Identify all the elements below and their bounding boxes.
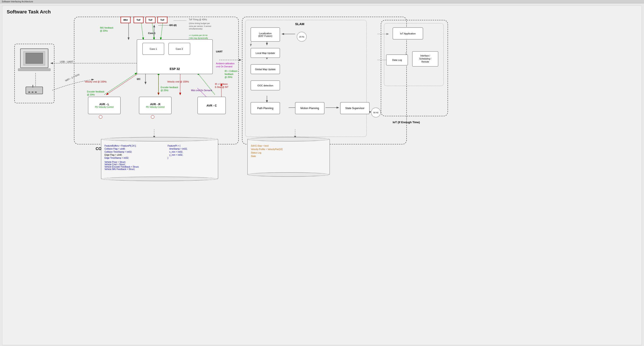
ambient-cal-label: Ambient-calibrationcmd On Demand	[216, 62, 234, 68]
device-area	[14, 44, 54, 103]
usb-uart-label: USB - UART	[60, 60, 73, 63]
tof3-box: ToF	[158, 17, 168, 23]
main-canvas: Software Task Arch	[2, 6, 642, 345]
vel-cmd-r-label: Velocity cmd @ 100Hz	[167, 81, 189, 83]
router-icon	[22, 87, 46, 99]
tof1-box: ToF	[134, 17, 144, 23]
imu-box: IMU	[120, 17, 130, 23]
avr-l-box: AVR - L PD Velocity Control	[88, 97, 120, 114]
local-map-box: Local Map Update	[251, 48, 280, 58]
esp32-label: ESP 32	[170, 67, 180, 71]
tof2-box: ToF	[146, 17, 156, 23]
state-supervisor-box: State Supervisor	[340, 102, 370, 114]
data-log-box: Data Log	[386, 55, 408, 65]
iot-app-box: IoT Application	[393, 27, 423, 39]
spi-label: Core 1	[148, 32, 156, 34]
laptop-base	[18, 68, 50, 71]
enc-fb-r-label: Encoder feedback@ 20Hz	[161, 86, 178, 92]
top-bar: Software Interfacing Architecture	[0, 0, 644, 3]
avr-r-box: AVR - R PD Velocity Control	[139, 97, 172, 114]
interface-box: Interface / Scheduling / Remote	[412, 51, 438, 66]
esp32-box: Core 1 Core 2 ESP 32	[137, 39, 213, 74]
avr-r-sub: PD Velocity Control	[146, 106, 164, 108]
motion-planning-box: Motion Planning	[295, 102, 324, 114]
uart-label: UART	[216, 50, 223, 53]
vel-cmd-l-label: Velocity cmd @ 100Hz	[85, 81, 107, 83]
i2c2-label: I2C (2)	[169, 24, 177, 26]
avr-c-box: AVR - C	[198, 97, 226, 114]
global-map-box: Global Map Update	[251, 64, 280, 74]
core1-inner-box: Core 1	[142, 43, 164, 55]
avr-l-circle	[99, 115, 102, 119]
ir-estop-label: IR + CollisionE-Stop @ INT	[215, 83, 228, 89]
imu-feedback-label: IMU feedback@ 20Hz	[100, 26, 114, 32]
tof-timing-label: (20ms timing budget perzone per sensor. …	[189, 22, 212, 30]
localization-box: Localization (EKF Fusion)	[251, 27, 280, 42]
enc-fb-l-label: Encoder feedback@ 20Hz	[87, 90, 104, 96]
avr-r-circle	[151, 115, 154, 119]
mist-cmd-label: Mist cmd On Demand	[191, 89, 212, 92]
page-title: Software Task Arch	[2, 6, 642, 18]
hz20-circle: 20 Hz	[297, 32, 306, 42]
hz50-circle: 50 Hz	[371, 108, 381, 117]
slam-title: SLAM	[295, 22, 304, 26]
tof-firing-label: ToF Firing @ 40Hz	[189, 18, 207, 21]
avr-r-label: AVR - R	[150, 103, 160, 106]
db2-cylinder: Soft E-Stop = bool Velocity Profile = Ve…	[248, 139, 330, 175]
db1-cylinder: FeatureBuffers = FeaturePt[ 24 ]; Collis…	[101, 139, 218, 179]
i2c-label: I2C	[137, 78, 140, 80]
path-planning-box: Path Planning	[251, 102, 280, 114]
avr-l-sub: PD Velocity Control	[95, 106, 114, 108]
avr-c-label: AVR - C	[206, 104, 216, 107]
iot-title: IoT (If Enough Time)	[393, 121, 420, 124]
ir-collision-fb-label: IR + Collisionfeedback@ 20Hz	[225, 70, 238, 79]
core2-inner-box: Core 2	[168, 43, 190, 55]
laptop-icon	[20, 48, 48, 68]
avr-l-label: AVR - L	[99, 103, 109, 106]
top-bar-label: Software Interfacing Architecture	[2, 0, 33, 3]
ooc-box: OOC detection	[251, 81, 280, 90]
